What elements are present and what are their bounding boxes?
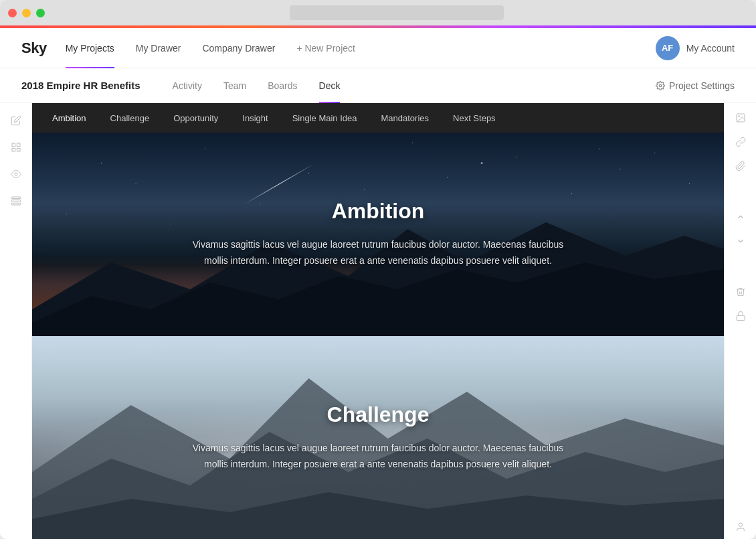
deck-area: Ambition Challenge Opportunity Insight S… <box>32 103 724 539</box>
close-button[interactable] <box>8 9 17 17</box>
attach-icon[interactable] <box>734 159 747 173</box>
layout-icon[interactable] <box>9 141 23 154</box>
deck-tab-ambition[interactable]: Ambition <box>40 103 98 133</box>
slide-ambition-text: Vivamus sagittis lacus vel augue laoreet… <box>191 237 565 269</box>
title-bar-center <box>45 5 748 20</box>
tab-team[interactable]: Team <box>213 68 257 103</box>
my-account-label[interactable]: My Account <box>686 43 735 54</box>
svg-rect-6 <box>11 197 20 199</box>
slide-ambition-content: Ambition Vivamus sagittis lacus vel augu… <box>32 133 724 336</box>
slides-container: Ambition Vivamus sagittis lacus vel augu… <box>32 133 724 539</box>
deck-tab-challenge[interactable]: Challenge <box>98 103 162 133</box>
deck-tab-mandatories[interactable]: Mandatories <box>369 103 441 133</box>
app-window: Sky My Projects My Drawer Company Drawer… <box>0 0 756 539</box>
svg-rect-8 <box>11 203 20 205</box>
layers-icon[interactable] <box>9 194 23 208</box>
slide-ambition-title: Ambition <box>332 199 425 224</box>
project-settings-button[interactable]: Project Settings <box>656 80 735 91</box>
nav-my-projects[interactable]: My Projects <box>66 28 125 68</box>
deck-tab-opportunity[interactable]: Opportunity <box>161 103 230 133</box>
slide-challenge-title: Challenge <box>327 402 430 427</box>
svg-rect-7 <box>11 200 20 202</box>
eye-icon[interactable] <box>9 167 23 181</box>
chevron-down-icon[interactable] <box>734 234 747 248</box>
tab-deck[interactable]: Deck <box>308 68 351 103</box>
lock-icon[interactable] <box>734 309 747 323</box>
sub-nav: Activity Team Boards Deck <box>162 68 656 103</box>
right-sidebar-top <box>734 111 747 173</box>
deck-tab-next-steps[interactable]: Next Steps <box>441 103 508 133</box>
svg-rect-4 <box>17 148 20 151</box>
right-sidebar <box>724 103 756 539</box>
svg-point-15 <box>738 116 739 117</box>
title-bar <box>0 0 756 25</box>
url-bar[interactable] <box>290 5 504 20</box>
minimize-button[interactable] <box>22 9 31 17</box>
svg-point-17 <box>739 523 742 526</box>
svg-rect-1 <box>12 143 15 147</box>
svg-rect-2 <box>17 143 20 147</box>
main-header: Sky My Projects My Drawer Company Drawer… <box>0 28 756 68</box>
user-icon[interactable] <box>734 526 747 539</box>
project-title: 2018 Empire HR Benefits <box>21 80 140 91</box>
image-icon[interactable] <box>734 111 747 125</box>
gear-icon <box>656 81 665 90</box>
tab-boards[interactable]: Boards <box>257 68 308 103</box>
edit-icon[interactable] <box>9 114 23 127</box>
deck-tabs-bar: Ambition Challenge Opportunity Insight S… <box>32 103 724 133</box>
maximize-button[interactable] <box>36 9 45 17</box>
traffic-lights <box>8 9 45 17</box>
nav-new-project[interactable]: + New Project <box>286 28 366 68</box>
slide-challenge-text: Vivamus sagittis lacus vel augue laoreet… <box>191 441 565 473</box>
link-icon[interactable] <box>734 135 747 149</box>
deck-tab-insight[interactable]: Insight <box>230 103 280 133</box>
chevron-up-icon[interactable] <box>734 210 747 224</box>
svg-rect-3 <box>12 148 15 151</box>
app-content: Sky My Projects My Drawer Company Drawer… <box>0 28 756 539</box>
svg-rect-16 <box>737 315 745 320</box>
nav-company-drawer[interactable]: Company Drawer <box>191 28 286 68</box>
main-content: Ambition Challenge Opportunity Insight S… <box>0 103 756 539</box>
left-sidebar <box>0 103 32 539</box>
slide-ambition: Ambition Vivamus sagittis lacus vel augu… <box>32 133 724 336</box>
project-settings-label: Project Settings <box>669 80 735 91</box>
tab-activity[interactable]: Activity <box>162 68 213 103</box>
logo[interactable]: Sky <box>21 40 47 57</box>
header-right: AF My Account <box>656 36 735 60</box>
nav-my-drawer[interactable]: My Drawer <box>125 28 192 68</box>
main-nav: My Projects My Drawer Company Drawer + N… <box>66 28 656 68</box>
avatar[interactable]: AF <box>656 36 680 60</box>
slide-challenge: Challenge Vivamus sagittis lacus vel aug… <box>32 336 724 540</box>
svg-point-5 <box>15 173 17 175</box>
deck-tab-single-main-idea[interactable]: Single Main Idea <box>280 103 369 133</box>
sub-header-right: Project Settings <box>656 80 735 91</box>
svg-point-0 <box>659 84 662 87</box>
slide-challenge-content: Challenge Vivamus sagittis lacus vel aug… <box>32 336 724 540</box>
sub-header: 2018 Empire HR Benefits Activity Team Bo… <box>0 68 756 103</box>
delete-icon[interactable] <box>734 285 747 299</box>
